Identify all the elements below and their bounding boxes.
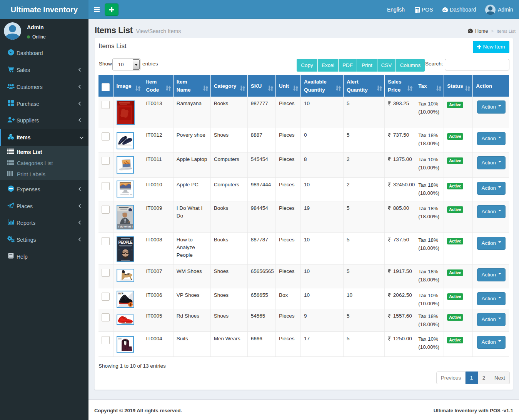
svg-text:I do what I d: I do what I d [118, 225, 133, 228]
svg-text:VYP: VYP [118, 292, 123, 295]
svg-text:PEOPLE: PEOPLE [118, 240, 132, 244]
